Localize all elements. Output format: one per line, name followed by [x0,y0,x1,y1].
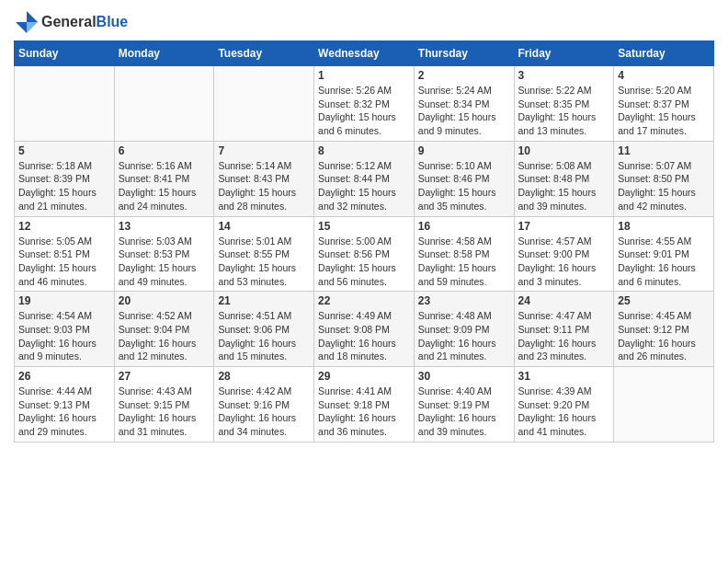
calendar-cell: 4Sunrise: 5:20 AM Sunset: 8:37 PM Daylig… [614,66,714,142]
svg-marker-0 [27,11,38,22]
day-of-week-header: Saturday [614,41,714,66]
day-info: Sunrise: 5:08 AM Sunset: 8:48 PM Dayligh… [518,159,610,213]
day-info: Sunrise: 4:52 AM Sunset: 9:04 PM Dayligh… [119,309,210,363]
day-info: Sunrise: 4:41 AM Sunset: 9:18 PM Dayligh… [318,385,410,439]
calendar-cell [614,367,714,442]
day-info: Sunrise: 5:12 AM Sunset: 8:44 PM Dayligh… [318,159,410,213]
day-info: Sunrise: 4:48 AM Sunset: 9:09 PM Dayligh… [418,309,510,363]
day-info: Sunrise: 4:57 AM Sunset: 9:00 PM Dayligh… [518,235,610,289]
day-info: Sunrise: 4:43 AM Sunset: 9:15 PM Dayligh… [119,385,210,439]
calendar-cell: 28Sunrise: 4:42 AM Sunset: 9:16 PM Dayli… [214,367,314,442]
calendar-cell: 17Sunrise: 4:57 AM Sunset: 9:00 PM Dayli… [514,216,614,292]
day-number: 19 [18,294,110,307]
day-info: Sunrise: 4:40 AM Sunset: 9:19 PM Dayligh… [418,385,510,439]
day-info: Sunrise: 4:47 AM Sunset: 9:11 PM Dayligh… [518,309,610,363]
calendar-week-row: 19Sunrise: 4:54 AM Sunset: 9:03 PM Dayli… [15,292,714,367]
logo-blue-text: Blue [97,14,129,29]
logo-general-text: General [41,14,97,29]
day-info: Sunrise: 4:55 AM Sunset: 9:01 PM Dayligh… [618,235,710,289]
logo: GeneralBlue [14,9,128,35]
calendar-cell: 20Sunrise: 4:52 AM Sunset: 9:04 PM Dayli… [114,292,214,367]
day-info: Sunrise: 5:18 AM Sunset: 8:39 PM Dayligh… [18,159,110,213]
svg-marker-1 [27,22,38,33]
calendar-cell: 30Sunrise: 4:40 AM Sunset: 9:19 PM Dayli… [414,367,514,442]
day-number: 22 [318,294,410,307]
calendar-cell: 24Sunrise: 4:47 AM Sunset: 9:11 PM Dayli… [514,292,614,367]
days-header-row: SundayMondayTuesdayWednesdayThursdayFrid… [15,41,714,66]
day-number: 26 [18,370,110,383]
calendar-cell: 2Sunrise: 5:24 AM Sunset: 8:34 PM Daylig… [414,66,514,142]
calendar-cell: 11Sunrise: 5:07 AM Sunset: 8:50 PM Dayli… [614,141,714,216]
day-of-week-header: Monday [114,41,214,66]
day-info: Sunrise: 5:24 AM Sunset: 8:34 PM Dayligh… [418,84,510,138]
calendar-cell [214,66,314,142]
calendar-cell: 10Sunrise: 5:08 AM Sunset: 8:48 PM Dayli… [514,141,614,216]
day-number: 18 [618,220,710,233]
day-number: 25 [618,294,710,307]
day-number: 11 [618,144,710,157]
day-number: 1 [318,69,410,82]
day-number: 3 [518,69,610,82]
day-number: 23 [418,294,510,307]
calendar-week-row: 5Sunrise: 5:18 AM Sunset: 8:39 PM Daylig… [15,141,714,216]
calendar-cell: 15Sunrise: 5:00 AM Sunset: 8:56 PM Dayli… [314,216,415,292]
calendar-cell: 16Sunrise: 4:58 AM Sunset: 8:58 PM Dayli… [414,216,514,292]
day-of-week-header: Thursday [414,41,514,66]
day-info: Sunrise: 4:51 AM Sunset: 9:06 PM Dayligh… [218,309,310,363]
calendar-cell: 9Sunrise: 5:10 AM Sunset: 8:46 PM Daylig… [414,141,514,216]
day-info: Sunrise: 4:39 AM Sunset: 9:20 PM Dayligh… [518,385,610,439]
day-number: 2 [418,69,510,82]
day-number: 30 [418,370,510,383]
calendar-week-row: 1Sunrise: 5:26 AM Sunset: 8:32 PM Daylig… [15,66,714,142]
calendar-week-row: 26Sunrise: 4:44 AM Sunset: 9:13 PM Dayli… [15,367,714,442]
calendar-cell: 8Sunrise: 5:12 AM Sunset: 8:44 PM Daylig… [314,141,415,216]
calendar-cell: 5Sunrise: 5:18 AM Sunset: 8:39 PM Daylig… [15,141,115,216]
day-number: 21 [218,294,310,307]
day-info: Sunrise: 5:01 AM Sunset: 8:55 PM Dayligh… [218,235,310,289]
calendar-cell: 6Sunrise: 5:16 AM Sunset: 8:41 PM Daylig… [114,141,214,216]
day-number: 20 [119,294,210,307]
day-info: Sunrise: 4:44 AM Sunset: 9:13 PM Dayligh… [18,385,110,439]
day-number: 15 [318,220,410,233]
day-number: 4 [618,69,710,82]
calendar-cell: 7Sunrise: 5:14 AM Sunset: 8:43 PM Daylig… [214,141,314,216]
calendar-cell: 27Sunrise: 4:43 AM Sunset: 9:15 PM Dayli… [114,367,214,442]
day-info: Sunrise: 4:54 AM Sunset: 9:03 PM Dayligh… [18,309,110,363]
day-info: Sunrise: 4:42 AM Sunset: 9:16 PM Dayligh… [218,385,310,439]
day-number: 31 [518,370,610,383]
day-number: 6 [119,144,210,157]
calendar-cell: 31Sunrise: 4:39 AM Sunset: 9:20 PM Dayli… [514,367,614,442]
day-info: Sunrise: 4:45 AM Sunset: 9:12 PM Dayligh… [618,309,710,363]
day-info: Sunrise: 5:22 AM Sunset: 8:35 PM Dayligh… [518,84,610,138]
day-of-week-header: Wednesday [314,41,415,66]
day-info: Sunrise: 5:14 AM Sunset: 8:43 PM Dayligh… [218,159,310,213]
calendar-cell [15,66,115,142]
day-of-week-header: Friday [514,41,614,66]
calendar-cell: 12Sunrise: 5:05 AM Sunset: 8:51 PM Dayli… [15,216,115,292]
day-info: Sunrise: 5:05 AM Sunset: 8:51 PM Dayligh… [18,235,110,289]
day-number: 28 [218,370,310,383]
calendar-cell: 22Sunrise: 4:49 AM Sunset: 9:08 PM Dayli… [314,292,415,367]
day-number: 29 [318,370,410,383]
calendar-cell: 29Sunrise: 4:41 AM Sunset: 9:18 PM Dayli… [314,367,415,442]
calendar-cell: 19Sunrise: 4:54 AM Sunset: 9:03 PM Dayli… [15,292,115,367]
day-number: 10 [518,144,610,157]
day-info: Sunrise: 4:49 AM Sunset: 9:08 PM Dayligh… [318,309,410,363]
calendar-cell: 13Sunrise: 5:03 AM Sunset: 8:53 PM Dayli… [114,216,214,292]
calendar-cell: 21Sunrise: 4:51 AM Sunset: 9:06 PM Dayli… [214,292,314,367]
logo-icon [14,9,40,35]
day-number: 9 [418,144,510,157]
day-number: 13 [119,220,210,233]
day-of-week-header: Tuesday [214,41,314,66]
day-number: 16 [418,220,510,233]
calendar-cell: 26Sunrise: 4:44 AM Sunset: 9:13 PM Dayli… [15,367,115,442]
calendar-week-row: 12Sunrise: 5:05 AM Sunset: 8:51 PM Dayli… [15,216,714,292]
day-number: 8 [318,144,410,157]
day-info: Sunrise: 5:26 AM Sunset: 8:32 PM Dayligh… [318,84,410,138]
day-info: Sunrise: 5:00 AM Sunset: 8:56 PM Dayligh… [318,235,410,289]
day-number: 17 [518,220,610,233]
day-number: 7 [218,144,310,157]
calendar-cell: 25Sunrise: 4:45 AM Sunset: 9:12 PM Dayli… [614,292,714,367]
day-info: Sunrise: 5:20 AM Sunset: 8:37 PM Dayligh… [618,84,710,138]
calendar-cell [114,66,214,142]
